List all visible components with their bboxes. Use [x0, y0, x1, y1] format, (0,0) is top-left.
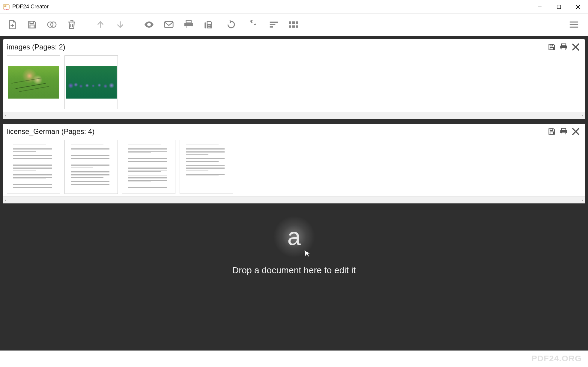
svg-rect-35 [296, 25, 298, 28]
brand-link[interactable]: PDF24.ORG [531, 354, 582, 363]
svg-rect-18 [187, 26, 191, 28]
page-thumbnail[interactable] [7, 140, 60, 194]
page-strip [3, 54, 585, 112]
delete-button[interactable] [63, 16, 81, 34]
svg-point-26 [210, 27, 211, 28]
svg-rect-9 [30, 21, 33, 23]
svg-rect-46 [562, 133, 566, 135]
doc-close-button[interactable] [570, 42, 581, 52]
fax-button[interactable] [199, 16, 217, 34]
svg-rect-30 [289, 21, 291, 24]
drop-graphic: a [270, 217, 318, 256]
svg-rect-32 [296, 21, 298, 24]
svg-point-24 [208, 27, 209, 28]
svg-rect-33 [289, 25, 291, 28]
window-title: PDF24 Creator [12, 4, 49, 10]
document-panel[interactable]: images (Pages: 2) ‹ › [3, 39, 585, 119]
svg-rect-17 [165, 22, 173, 28]
document-panel[interactable]: license_German (Pages: 4) [3, 124, 585, 203]
svg-rect-34 [292, 25, 295, 28]
new-file-button[interactable] [3, 16, 21, 34]
svg-rect-44 [550, 129, 553, 131]
page-thumbnail[interactable] [64, 55, 118, 109]
document-pages-label: (Pages: 4) [61, 127, 94, 135]
page-thumbnail[interactable] [7, 55, 60, 109]
scroll-right-icon[interactable]: › [582, 114, 583, 118]
document-name: license_German [7, 127, 59, 135]
document-title: images (Pages: 2) [7, 43, 546, 51]
svg-rect-41 [562, 48, 566, 50]
svg-rect-31 [292, 21, 295, 24]
merge-button[interactable] [43, 16, 61, 34]
doc-save-button[interactable] [546, 42, 557, 52]
document-title: license_German (Pages: 4) [7, 127, 546, 136]
svg-rect-45 [550, 132, 554, 134]
print-button[interactable] [180, 16, 198, 34]
scroll-left-icon[interactable]: ‹ [5, 114, 6, 118]
page-thumbnail[interactable] [64, 140, 118, 194]
svg-rect-10 [30, 25, 34, 28]
sort-button[interactable] [265, 16, 283, 34]
save-button[interactable] [23, 16, 41, 34]
doc-close-button[interactable] [570, 126, 581, 137]
document-name: images [7, 43, 30, 51]
svg-rect-20 [207, 22, 211, 24]
page-thumbnail[interactable] [180, 140, 233, 194]
email-button[interactable] [160, 16, 178, 34]
title-bar: PDF24 PDF24 Creator [0, 0, 588, 13]
cursor-icon [303, 248, 312, 258]
svg-rect-39 [550, 44, 553, 46]
document-actions [546, 126, 581, 137]
page-strip [3, 138, 585, 196]
rotate-right-button[interactable] [242, 16, 260, 34]
document-header: images (Pages: 2) [3, 39, 585, 54]
workspace: images (Pages: 2) ‹ › [0, 36, 588, 351]
doc-print-button[interactable] [558, 126, 569, 137]
preview-button[interactable] [140, 16, 158, 34]
svg-point-22 [209, 25, 210, 26]
hamburger-menu-button[interactable] [565, 16, 583, 34]
drop-zone-text: Drop a document here to edit it [3, 265, 585, 275]
move-down-button[interactable] [111, 16, 129, 34]
doc-print-button[interactable] [558, 42, 569, 52]
main-toolbar [0, 13, 588, 36]
svg-point-21 [208, 25, 209, 26]
svg-text:PDF24: PDF24 [4, 8, 9, 10]
document-actions [546, 42, 581, 52]
scroll-left-icon[interactable]: ‹ [5, 198, 6, 202]
horizontal-scrollbar[interactable]: ‹ › [3, 112, 585, 119]
svg-rect-4 [557, 5, 561, 9]
page-thumbnail[interactable] [122, 140, 175, 194]
window-minimize-button[interactable] [530, 0, 549, 13]
footer: PDF24.ORG [0, 351, 588, 367]
scroll-right-icon[interactable]: › [582, 198, 583, 202]
document-header: license_German (Pages: 4) [3, 124, 585, 138]
window-maximize-button[interactable] [549, 0, 569, 13]
drop-logo-icon: a [287, 223, 301, 250]
svg-point-23 [210, 25, 211, 26]
window-close-button[interactable] [569, 0, 588, 13]
svg-rect-19 [204, 22, 206, 28]
rotate-left-button[interactable] [222, 16, 240, 34]
svg-point-25 [209, 27, 210, 28]
document-pages-label: (Pages: 2) [32, 43, 65, 51]
move-up-button[interactable] [91, 16, 109, 34]
horizontal-scrollbar[interactable]: ‹ › [3, 196, 585, 203]
svg-rect-40 [550, 47, 554, 50]
grid-view-button[interactable] [285, 16, 303, 34]
drop-zone[interactable]: a Drop a document here to edit it [3, 208, 585, 284]
app-icon: PDF24 [3, 3, 10, 10]
doc-save-button[interactable] [546, 126, 557, 137]
